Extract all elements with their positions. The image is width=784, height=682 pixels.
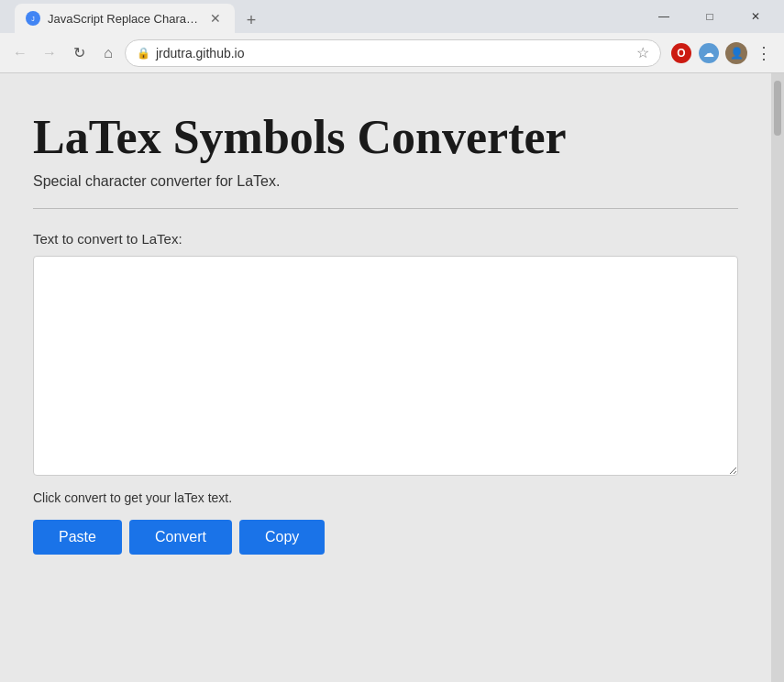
browser-actions: O ☁ 👤 ⋮: [668, 40, 777, 66]
input-label: Text to convert to LaTex:: [33, 231, 738, 247]
convert-button[interactable]: Convert: [129, 520, 232, 555]
scrollbar[interactable]: [771, 73, 784, 682]
tab-close-button[interactable]: ✕: [207, 10, 224, 27]
forward-button[interactable]: →: [37, 40, 62, 66]
url-text: jrdutra.github.io: [156, 46, 631, 60]
maximize-button[interactable]: □: [689, 2, 731, 31]
text-input[interactable]: [33, 256, 738, 476]
cloud-sync-button[interactable]: ☁: [696, 40, 722, 66]
window-controls: — □ ✕: [643, 2, 777, 31]
copy-button[interactable]: Copy: [239, 520, 325, 555]
new-tab-button[interactable]: +: [238, 7, 264, 33]
address-bar: ← → ↻ ⌂ 🔒 jrdutra.github.io ☆ O ☁ 👤 ⋮: [0, 33, 784, 73]
hint-text: Click convert to get your laTex text.: [33, 490, 738, 505]
refresh-button[interactable]: ↻: [66, 40, 92, 66]
paste-button[interactable]: Paste: [33, 520, 122, 555]
profile-avatar[interactable]: 👤: [723, 40, 749, 66]
url-bar[interactable]: 🔒 jrdutra.github.io ☆: [125, 39, 661, 67]
active-tab[interactable]: J JavaScript Replace Character i... ✕: [15, 4, 235, 33]
home-button[interactable]: ⌂: [95, 40, 121, 66]
scrollbar-thumb[interactable]: [774, 81, 781, 136]
tab-title: JavaScript Replace Character i...: [48, 12, 200, 26]
minimize-button[interactable]: —: [643, 2, 685, 31]
page-content: LaTex Symbols Converter Special characte…: [0, 73, 771, 682]
cloud-icon: ☁: [699, 43, 719, 63]
page-subtitle: Special character converter for LaTex.: [33, 173, 738, 190]
browser-viewport: LaTex Symbols Converter Special characte…: [0, 73, 784, 682]
tab-favicon: J: [26, 11, 40, 26]
bookmark-icon[interactable]: ☆: [636, 44, 649, 61]
browser-menu-button[interactable]: ⋮: [751, 40, 777, 66]
button-row: Paste Convert Copy: [33, 520, 738, 555]
opera-icon[interactable]: O: [668, 40, 694, 66]
svg-text:J: J: [31, 16, 35, 22]
tab-bar: J JavaScript Replace Character i... ✕ +: [7, 0, 643, 33]
close-button[interactable]: ✕: [734, 2, 777, 31]
title-bar: J JavaScript Replace Character i... ✕ + …: [0, 0, 784, 33]
lock-icon: 🔒: [137, 47, 150, 60]
back-button[interactable]: ←: [7, 40, 33, 66]
browser-chrome: J JavaScript Replace Character i... ✕ + …: [0, 0, 784, 73]
page-title: LaTex Symbols Converter: [33, 110, 738, 164]
user-avatar: 👤: [725, 42, 747, 64]
divider: [33, 208, 738, 209]
opera-logo: O: [671, 43, 691, 63]
